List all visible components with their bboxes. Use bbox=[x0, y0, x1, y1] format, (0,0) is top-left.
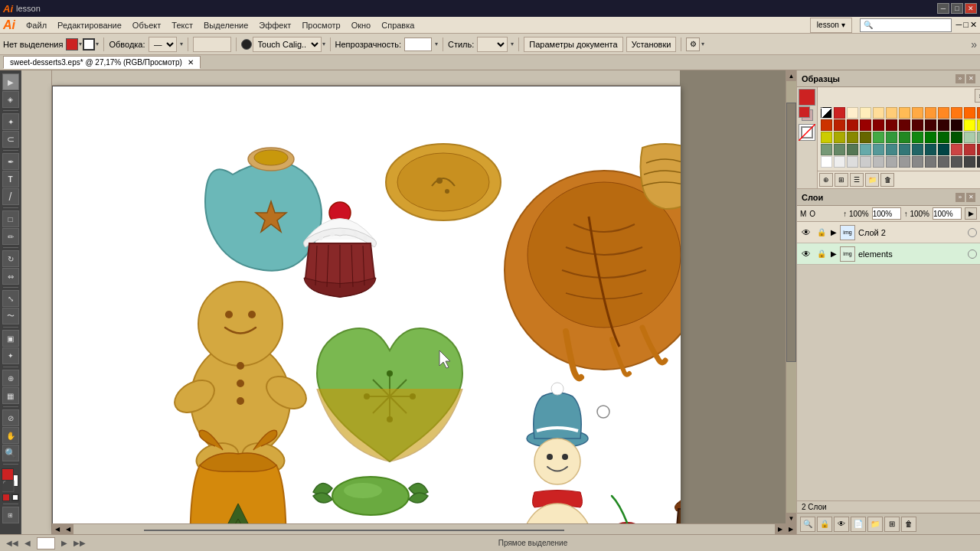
swatch-67[interactable] bbox=[977, 156, 980, 168]
swatch-32[interactable] bbox=[886, 132, 897, 143]
layers-view-btn[interactable]: 👁 bbox=[834, 517, 849, 532]
menu-effect[interactable]: Эффект bbox=[254, 19, 296, 31]
menu-object[interactable]: Объект bbox=[128, 19, 165, 31]
layer-eye-elements[interactable]: 👁 bbox=[800, 248, 812, 260]
swatch-46[interactable] bbox=[886, 144, 897, 155]
layers-lock-btn[interactable]: 🔒 bbox=[817, 517, 832, 532]
panel-close-btn[interactable]: ✕ bbox=[970, 20, 977, 30]
swatch-21[interactable] bbox=[925, 119, 936, 131]
swatches-expand-btn[interactable]: » bbox=[956, 74, 965, 83]
layers-options-btn[interactable]: ▶ bbox=[965, 207, 977, 220]
swatch-42[interactable] bbox=[834, 144, 845, 155]
minimize-btn[interactable]: ─ bbox=[937, 3, 949, 14]
swatch-27[interactable] bbox=[821, 132, 832, 143]
scroll-right-btn2[interactable]: ▶ bbox=[786, 524, 796, 535]
opacity-input[interactable]: 100% bbox=[404, 37, 432, 51]
page-back-btn[interactable]: ◀ bbox=[24, 539, 31, 547]
layers-expand-btn[interactable]: » bbox=[956, 193, 965, 202]
swatch-list-view[interactable]: ≡ bbox=[975, 89, 980, 103]
swatch-59[interactable] bbox=[873, 156, 884, 168]
rect-tool[interactable]: □ bbox=[2, 210, 19, 227]
swatch-23[interactable] bbox=[951, 119, 962, 131]
swatch-20[interactable] bbox=[912, 119, 923, 131]
layer-item-2[interactable]: 👁 🔒 ▶ img Слой 2 bbox=[797, 222, 980, 243]
layer-arrow-elements[interactable]: ▶ bbox=[831, 249, 837, 258]
fg-color-swatch[interactable] bbox=[2, 468, 14, 481]
swatch-38[interactable] bbox=[964, 132, 975, 143]
swatch-49[interactable] bbox=[925, 144, 936, 155]
select-tool[interactable]: ▶ bbox=[2, 73, 19, 90]
slice-tool[interactable]: ⊘ bbox=[2, 409, 19, 426]
swatch-48[interactable] bbox=[912, 144, 923, 155]
illustration-canvas[interactable] bbox=[52, 86, 680, 530]
page-input[interactable]: 1 bbox=[37, 537, 55, 549]
doc-params-btn[interactable]: Параметры документа bbox=[524, 37, 622, 52]
scale-tool[interactable]: ⤡ bbox=[2, 290, 19, 307]
swatch-33[interactable] bbox=[899, 132, 910, 143]
swatch-52[interactable] bbox=[964, 144, 975, 155]
layer-item-elements[interactable]: 👁 🔒 ▶ img elements bbox=[797, 243, 980, 265]
warp-tool[interactable]: 〜 bbox=[2, 308, 19, 324]
tab-close[interactable]: ✕ bbox=[188, 58, 194, 67]
panel-restore-btn[interactable]: □ bbox=[963, 20, 969, 30]
stroke-select[interactable]: — bbox=[149, 37, 177, 52]
swatch-16[interactable] bbox=[860, 119, 871, 131]
document-tab[interactable]: sweet-desserts3.eps* @ 27,17% (RGB/Просм… bbox=[3, 56, 201, 69]
layers-close-btn[interactable]: ✕ bbox=[966, 193, 975, 202]
extra-arrow[interactable]: ▾ bbox=[701, 41, 704, 47]
scroll-right-btn[interactable]: ▶ bbox=[775, 524, 786, 535]
swatch-folder-btn[interactable]: 📁 bbox=[865, 173, 879, 187]
swatch-44[interactable] bbox=[860, 144, 871, 155]
swatch-60[interactable] bbox=[886, 156, 897, 168]
type-tool[interactable]: T bbox=[2, 171, 19, 187]
chart-tool[interactable]: ▦ bbox=[2, 387, 19, 404]
canvas-scroll-area[interactable]: /* rulers rendered below */ bbox=[21, 70, 796, 534]
toolbar-expand[interactable]: » bbox=[971, 38, 977, 51]
menu-help[interactable]: Справка bbox=[377, 19, 419, 31]
swatch-31[interactable] bbox=[873, 132, 884, 143]
swatch-43[interactable] bbox=[847, 144, 858, 155]
vertical-scrollbar[interactable]: ▲ ▼ bbox=[786, 70, 796, 523]
swatch-18[interactable] bbox=[886, 119, 897, 131]
swatch-pair[interactable] bbox=[799, 106, 815, 123]
swatch-2[interactable] bbox=[860, 107, 871, 119]
swatch-type-btn[interactable]: ⊞ bbox=[835, 173, 848, 187]
swatch-15[interactable] bbox=[847, 119, 858, 131]
layers-type-btn[interactable]: ⊞ bbox=[884, 517, 900, 532]
swatch-62[interactable] bbox=[912, 156, 923, 168]
layer-eye-2[interactable]: 👁 bbox=[800, 227, 812, 239]
swatch-7[interactable] bbox=[925, 107, 936, 119]
swatch-none[interactable] bbox=[821, 107, 832, 119]
layer-lock-elements[interactable]: 🔒 bbox=[815, 248, 828, 260]
vscroll-track[interactable] bbox=[786, 81, 796, 513]
swatch-57[interactable] bbox=[847, 156, 858, 168]
swatch-19[interactable] bbox=[899, 119, 910, 131]
swatch-65[interactable] bbox=[951, 156, 962, 168]
swatch-66[interactable] bbox=[964, 156, 975, 168]
swatch-58[interactable] bbox=[860, 156, 871, 168]
swatch-add-btn[interactable]: ⊕ bbox=[819, 173, 833, 187]
menu-file[interactable]: Файл bbox=[21, 19, 51, 31]
swatch-64[interactable] bbox=[938, 156, 949, 168]
menu-window[interactable]: Окно bbox=[347, 19, 376, 31]
swatch-37[interactable] bbox=[951, 132, 962, 143]
vscroll-thumb[interactable] bbox=[786, 103, 796, 361]
close-btn[interactable]: ✕ bbox=[965, 3, 977, 14]
scroll-left-btn2[interactable]: ◀ bbox=[63, 524, 74, 535]
swatch-36[interactable] bbox=[938, 132, 949, 143]
style-select[interactable] bbox=[477, 37, 508, 52]
swatch-8[interactable] bbox=[938, 107, 949, 119]
default-colors-icon[interactable]: ⬛ bbox=[2, 481, 15, 491]
stroke-color[interactable] bbox=[83, 38, 95, 51]
swatch-3[interactable] bbox=[873, 107, 884, 119]
swatch-63[interactable] bbox=[925, 156, 936, 168]
menu-select[interactable]: Выделение bbox=[199, 19, 253, 31]
mirror-tool[interactable]: ⇔ bbox=[2, 268, 19, 285]
pen-tool[interactable]: ✒ bbox=[2, 153, 19, 170]
settings-btn[interactable]: Установки bbox=[626, 37, 677, 52]
stroke-select-arrow[interactable]: ▾ bbox=[180, 41, 183, 47]
search-input[interactable] bbox=[874, 21, 943, 29]
stroke-dropdown[interactable]: ▾ bbox=[96, 41, 99, 47]
hand-tool[interactable]: ✋ bbox=[2, 427, 19, 444]
swatch-47[interactable] bbox=[899, 144, 910, 155]
